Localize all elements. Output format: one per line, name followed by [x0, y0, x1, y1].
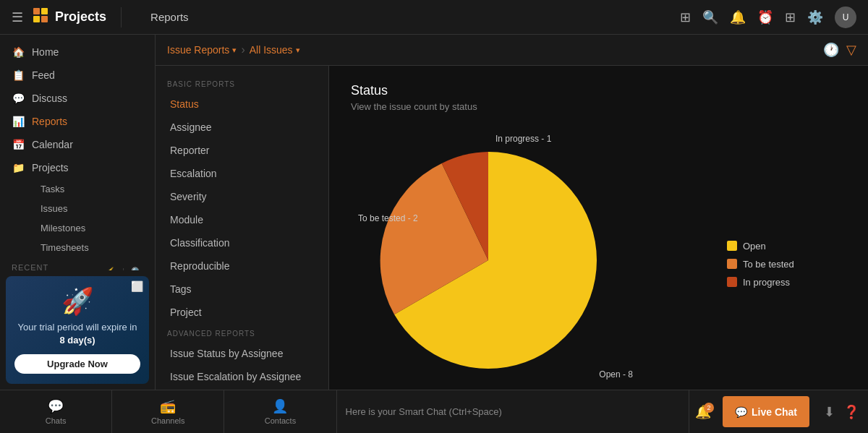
smart-chat-bar[interactable]: Here is your Smart Chat (Ctrl+Space) [337, 390, 690, 433]
sidebar-section-icons: ⚡ | 🔍 [104, 267, 143, 270]
reports-icon: 📊 [12, 116, 25, 127]
report-item-classification[interactable]: Classification [156, 231, 328, 254]
rocket-icon: 🚀 [14, 286, 140, 317]
chart-area: In progress - 1 To be tested - 2 Open - … [351, 127, 846, 390]
legend-inprogress-label: In progress [743, 277, 790, 288]
report-item-project[interactable]: Project [156, 301, 328, 324]
trial-banner: ⬜ 🚀 Your trial period will expire in 8 d… [6, 276, 149, 384]
report-item-reproducible[interactable]: Reproducible [156, 254, 328, 278]
chart-title: Status [351, 83, 846, 98]
report-item-tags[interactable]: Tags [156, 278, 328, 301]
feed-icon: 📋 [12, 69, 25, 81]
sidebar-sub-milestones[interactable]: Milestones [29, 218, 155, 238]
sidebar-item-home[interactable]: 🏠 Home [0, 40, 155, 64]
sidebar-sub-tasks[interactable]: Tasks [29, 179, 155, 199]
download-icon[interactable]: ⬇ [824, 404, 835, 420]
time-filter-icon[interactable]: 🕐 [823, 42, 839, 58]
legend-tobetested-label: To be tested [743, 259, 794, 270]
search-icon[interactable]: 🔍 [702, 9, 718, 25]
topbar-actions: ⊞ 🔍 🔔 ⏰ ⊞ ⚙️ U [680, 7, 856, 28]
legend-open: Open [727, 241, 794, 252]
legend-open-color [727, 241, 737, 251]
sidebar-reports-label: Reports [32, 116, 67, 127]
sidebar-item-projects[interactable]: 📁 Projects [0, 156, 155, 179]
svg-rect-1 [41, 8, 48, 14]
settings-icon[interactable]: ⚙️ [807, 9, 823, 25]
report-item-issue-escalation-assignee[interactable]: Issue Escalation by Assignee [156, 365, 328, 388]
legend-inprogress: In progress [727, 277, 794, 288]
report-item-severity[interactable]: Severity [156, 185, 328, 208]
main-layout: 🏠 Home 📋 Feed 💬 Discuss 📊 Reports 📅 Cale… [0, 35, 868, 390]
sidebar-home-label: Home [32, 46, 59, 58]
report-item-issue-status-assignee[interactable]: Issue Status by Assignee [156, 342, 328, 365]
content-area: Issue Reports ▾ › All Issues ▾ 🕐 ▽ BASIC… [156, 35, 868, 390]
sidebar-projects-label: Projects [32, 162, 69, 173]
dropdown-arrow2-icon: ▾ [296, 46, 300, 55]
advanced-reports-label: ADVANCED REPORTS [156, 324, 328, 342]
live-chat-label: Live Chat [752, 406, 797, 418]
filter-icon[interactable]: ⚡ [104, 267, 116, 270]
trial-close-button[interactable]: ⬜ [131, 280, 143, 292]
upgrade-button[interactable]: Upgrade Now [14, 354, 140, 374]
chats-icon: 💬 [48, 398, 64, 414]
chart-panel: Status View the issue count by status In… [329, 66, 868, 390]
dropdown-arrow-icon: ▾ [232, 46, 237, 55]
help-icon[interactable]: ❓ [843, 404, 859, 420]
reports-layout: BASIC REPORTS Status Assignee Reporter E… [156, 66, 868, 390]
report-item-status[interactable]: Status [156, 93, 328, 116]
user-avatar[interactable]: U [835, 7, 856, 28]
pie-chart: In progress - 1 To be tested - 2 Open - … [351, 127, 655, 390]
channels-label: Channels [151, 416, 184, 425]
sidebar-feed-label: Feed [32, 69, 55, 81]
legend-open-label: Open [743, 241, 766, 252]
chats-label: Chats [46, 416, 67, 425]
live-chat-button[interactable]: 💬 Live Chat [723, 396, 809, 427]
projects-icon: 📁 [12, 162, 25, 173]
subheader: Issue Reports ▾ › All Issues ▾ 🕐 ▽ [156, 35, 868, 66]
topbar: ☰ Projects Reports ⊞ 🔍 🔔 ⏰ ⊞ ⚙️ U [0, 0, 868, 35]
sidebar-search-icon[interactable]: 🔍 [131, 267, 143, 270]
report-item-escalation[interactable]: Escalation [156, 162, 328, 185]
subheader-actions: 🕐 ▽ [823, 42, 856, 58]
report-item-assignee[interactable]: Assignee [156, 116, 328, 139]
sidebar-nav: 🏠 Home 📋 Feed 💬 Discuss 📊 Reports 📅 Cale… [0, 35, 155, 270]
tobetested-label: To be tested - 2 [358, 213, 418, 223]
sidebar-sub-issues[interactable]: Issues [29, 199, 155, 218]
sidebar-item-feed[interactable]: 📋 Feed [0, 64, 155, 87]
sidebar-calendar-label: Calendar [32, 139, 73, 150]
notification-icon[interactable]: 🔔 [730, 9, 746, 25]
channels-icon: 📻 [160, 398, 176, 414]
page-title: Reports [136, 11, 671, 23]
home-icon: 🏠 [12, 46, 25, 58]
notification-badge: 🔔2 [695, 404, 711, 420]
contacts-label: Contacts [265, 416, 296, 425]
smart-chat-text: Here is your Smart Chat (Ctrl+Space) [346, 406, 502, 417]
bottom-contacts[interactable]: 👤 Contacts [224, 390, 336, 433]
filter-icon[interactable]: ▽ [846, 42, 856, 58]
basic-reports-label: BASIC REPORTS [156, 74, 328, 93]
breadcrumb-child[interactable]: All Issues ▾ [250, 44, 300, 56]
svg-rect-0 [33, 8, 40, 14]
sidebar-item-reports[interactable]: 📊 Reports [0, 110, 155, 133]
add-icon[interactable]: ⊞ [680, 9, 691, 25]
svg-rect-2 [33, 16, 40, 22]
sidebar-sub-timesheets[interactable]: Timesheets [29, 238, 155, 257]
breadcrumb-separator: › [241, 43, 244, 56]
legend-tobetested-color [727, 259, 737, 269]
recent-projects-label: RECENT PROJECTS ⚡ | 🔍 [0, 257, 155, 270]
breadcrumb-root[interactable]: Issue Reports ▾ [167, 44, 237, 56]
logo-icon [32, 7, 49, 27]
bottom-chats[interactable]: 💬 Chats [0, 390, 112, 433]
grid-icon[interactable]: ⊞ [785, 9, 796, 25]
hamburger-icon[interactable]: ☰ [12, 9, 23, 25]
sidebar-item-calendar[interactable]: 📅 Calendar [0, 133, 155, 156]
bottom-channels[interactable]: 📻 Channels [112, 390, 224, 433]
report-item-module[interactable]: Module [156, 208, 328, 231]
legend-inprogress-color [727, 277, 737, 287]
svg-rect-3 [41, 16, 48, 22]
report-item-reporter[interactable]: Reporter [156, 139, 328, 162]
sidebar-item-discuss[interactable]: 💬 Discuss [0, 87, 155, 110]
app-logo: Projects [32, 7, 106, 27]
trial-text: Your trial period will expire in 8 day(s… [14, 321, 140, 347]
clock-icon[interactable]: ⏰ [757, 9, 773, 25]
